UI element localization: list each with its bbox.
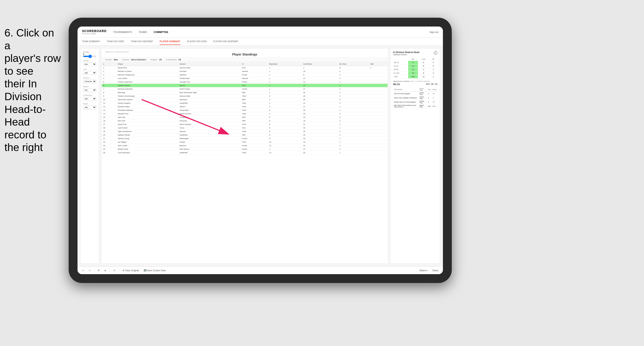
player-row-25[interactable]: 25 Cole Sherwood Vanderbilt Third 12 23 … bbox=[102, 151, 388, 155]
cell-player: Brendan Valles bbox=[116, 105, 178, 109]
player-row-20[interactable]: 20 Matthew Riedel Vanderbilt Fifth 8 22 … bbox=[102, 133, 388, 137]
cell-player: Taehoon Song bbox=[116, 137, 178, 140]
tourney-name: Fallen Oak Collegiate Invitational bbox=[393, 96, 419, 100]
cell-win bbox=[369, 94, 388, 98]
tab-team-h2h-heatmap[interactable]: TEAM H2H HEATMAP bbox=[131, 38, 153, 45]
player-row-18[interactable]: 18 Luke Powell UCLA First 8 24 1 bbox=[102, 126, 388, 130]
player-row-8[interactable]: 8 Mats Ege East Tennessee State Fifth 1 … bbox=[102, 91, 388, 94]
player-row-23[interactable]: 23 Jack Lundin Missouri Fourth 11 24 0 bbox=[102, 144, 388, 148]
gender-select[interactable]: Men bbox=[83, 62, 96, 66]
player-row-17[interactable]: 17 David Ford North Carolina Third 8 21 … bbox=[102, 123, 388, 126]
cell-player: Jacob Mou-Olesen bbox=[116, 98, 178, 102]
cell-reg: 6 bbox=[268, 137, 302, 140]
cell-school: Arizona State bbox=[178, 66, 241, 70]
tab-player-summary[interactable]: PLAYER SUMMARY bbox=[160, 38, 180, 45]
gender-filter: Gender Men bbox=[83, 60, 96, 66]
tourney-col-pos: Pos bbox=[427, 87, 432, 92]
cell-rds: 0 bbox=[338, 70, 369, 73]
h2h-tie: 3 bbox=[429, 71, 438, 75]
player-row-22[interactable]: 22 Ian Gilligan Florida Third 10 24 1 bbox=[102, 140, 388, 144]
region-label: Region bbox=[83, 86, 96, 88]
player-row-11[interactable]: 11 Gordon Sargent Vanderbilt Third 4 21 … bbox=[102, 102, 388, 105]
tournament-row: SEC Match Play hosted by Jerry Pate Roun… bbox=[393, 104, 438, 108]
cell-player: Jackson Koivun bbox=[116, 84, 178, 87]
nav-committee[interactable]: COMMITTEE bbox=[154, 30, 168, 34]
cell-num: 3 bbox=[102, 73, 116, 77]
h2h-close-button[interactable]: × bbox=[434, 51, 438, 55]
player-select[interactable]: (All) bbox=[83, 105, 96, 109]
share-btn[interactable]: Share bbox=[431, 269, 440, 272]
cell-conf: 18 bbox=[302, 70, 338, 73]
cell-num: 18 bbox=[102, 126, 116, 130]
tab-team-h2h-grid[interactable]: TEAM H2H GRID bbox=[107, 38, 124, 45]
save-icon: 💾 bbox=[144, 269, 146, 272]
sign-out-button[interactable]: Sign out bbox=[430, 31, 438, 33]
cell-num: 12 bbox=[102, 105, 116, 109]
player-row-21[interactable]: 21 Taehoon Song Washington Fourth 6 23 1 bbox=[102, 137, 388, 140]
player-row-7[interactable]: 7 Nicholas Gabrelcik North Florida Fourt… bbox=[102, 87, 388, 91]
cell-num: 5 bbox=[102, 80, 116, 84]
cell-school: Arkansas bbox=[178, 98, 241, 102]
player-row-15[interactable]: 15 Jake Hall Tennessee Fifth 5 22 0 bbox=[102, 116, 388, 119]
paste-btn[interactable]: ⊕ bbox=[103, 269, 108, 272]
player-row-12[interactable]: 12 Brendan Valles Auburn Third 4 27 1 bbox=[102, 105, 388, 109]
h2h-range: 26-50 bbox=[393, 68, 408, 71]
cell-conf: 25 bbox=[302, 98, 338, 102]
watch-btn[interactable]: Watch ▾ bbox=[418, 269, 429, 272]
undo-btn[interactable]: ↩ bbox=[81, 269, 85, 272]
cell-rds: 1 bbox=[338, 151, 369, 155]
year-select[interactable]: (All) bbox=[83, 71, 96, 75]
player-row-9[interactable]: 9 Preston Summerhays Arizona State Third… bbox=[102, 94, 388, 98]
cell-player: Jake Hall bbox=[116, 116, 178, 119]
player-row-4[interactable]: 4 Luke Claton Florida State Second 1 27 … bbox=[102, 77, 388, 80]
no-rds-slider[interactable] bbox=[83, 56, 96, 57]
view-original-btn[interactable]: 👁 View: Original bbox=[121, 269, 140, 272]
player-row-16[interactable]: 16 Alex Goff Kentucky Fifth 8 19 0 bbox=[102, 119, 388, 123]
gender-display: Gender: Men bbox=[105, 59, 118, 61]
cell-reg: 1 bbox=[268, 87, 302, 91]
player-row-13[interactable]: 13 Phichaksn Maichon Texas A&M Third 6 3… bbox=[102, 109, 388, 112]
player-row-19[interactable]: 19 Tiger Christensen Arizona Third 8 23 … bbox=[102, 130, 388, 133]
conference-select[interactable]: (All) bbox=[83, 97, 96, 101]
logo-area: SCOREBOARD Powered by clippi bbox=[82, 29, 106, 35]
nav-tournaments[interactable]: TOURNAMENTS bbox=[113, 30, 132, 34]
cell-conf: 1 bbox=[302, 66, 338, 70]
player-row-24[interactable]: 24 Bastien Amat New Mexico Fourth 1 27 2 bbox=[102, 148, 388, 151]
cell-yr: Third bbox=[241, 105, 268, 109]
cell-rds: 2 bbox=[338, 133, 369, 137]
player-row-10[interactable]: 10 Jacob Mou-Olesen Arkansas Fifth 4 25 … bbox=[102, 98, 388, 102]
cell-reg: 5 bbox=[268, 116, 302, 119]
tab-player-h2h-grid[interactable]: PLAYER H2H GRID bbox=[187, 38, 207, 45]
player-row-1[interactable]: 1 Wenyi Ding Arizona State First 1 1 8 1 bbox=[102, 66, 388, 70]
cell-school: Washington bbox=[178, 137, 241, 140]
tab-player-h2h-heatmap[interactable]: PLAYER H2H HEATMAP bbox=[214, 38, 238, 45]
cell-win bbox=[369, 140, 388, 144]
player-row-6[interactable]: 6 Jackson Koivun Auburn First 1 12 1 bbox=[102, 84, 388, 87]
refresh-btn[interactable]: ↺ bbox=[112, 269, 116, 272]
player-row-5[interactable]: 5 Christo Lamprecht Georgia Tech Fourth … bbox=[102, 80, 388, 84]
tab-team-summary[interactable]: TEAM SUMMARY bbox=[82, 38, 100, 45]
region-filter: Region N/A bbox=[83, 86, 96, 92]
tourney-pos: 2 bbox=[427, 100, 432, 104]
division-select[interactable]: NCAA Division I bbox=[83, 80, 96, 83]
cell-rds: 0 bbox=[338, 119, 369, 123]
player-row-14[interactable]: 14 Maxwell Ford North Carolina Third 4 2… bbox=[102, 112, 388, 116]
cell-school: Kentucky bbox=[178, 119, 241, 123]
redo-btn[interactable]: ↪ bbox=[88, 269, 92, 272]
player-row-3[interactable]: 3 Michael Thorbjornsen Stanford Fourth 1… bbox=[102, 73, 388, 77]
cell-rds: 1 bbox=[338, 84, 369, 87]
cell-rds: 0 bbox=[338, 102, 369, 105]
cell-win bbox=[369, 144, 388, 148]
player-row-2[interactable]: 2 Michael La Sasso Ole Miss Second 1 18 … bbox=[102, 70, 388, 73]
filters-panel: No Rds. 6 Gender Men Year (All) bbox=[81, 49, 98, 263]
division-display: Division: NCAA Division I bbox=[122, 59, 146, 61]
cell-win bbox=[369, 151, 388, 155]
cell-num: 14 bbox=[102, 112, 116, 116]
copy-btn[interactable]: ⧉ bbox=[96, 268, 101, 272]
nav-teams[interactable]: TEAMS bbox=[139, 30, 147, 34]
cell-conf: 24 bbox=[302, 126, 338, 130]
region-select[interactable]: N/A bbox=[83, 88, 96, 92]
save-custom-btn[interactable]: 💾 Save Custom View bbox=[142, 269, 167, 272]
cell-num: 9 bbox=[102, 94, 116, 98]
cell-reg: 4 bbox=[268, 112, 302, 116]
